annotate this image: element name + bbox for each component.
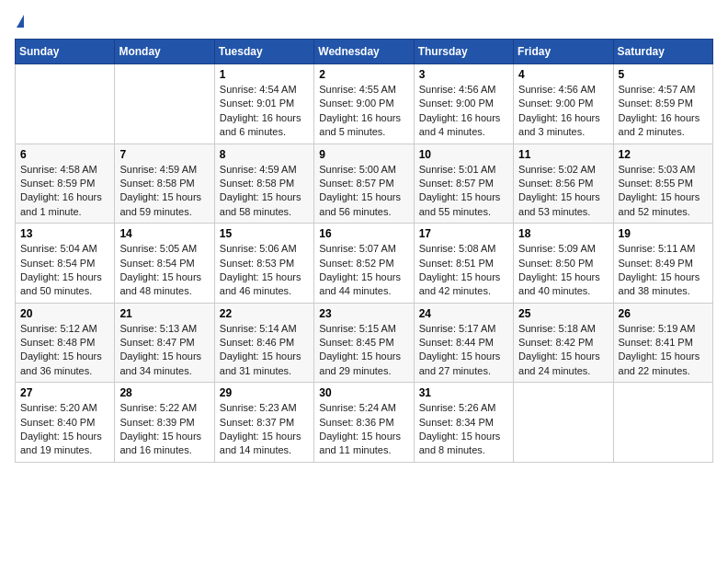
day-number: 28	[119, 386, 209, 399]
calendar-cell: 31Sunrise: 5:26 AM Sunset: 8:34 PM Dayli…	[414, 383, 513, 463]
calendar-cell	[613, 383, 712, 463]
page-header	[15, 15, 713, 28]
logo	[15, 15, 24, 28]
day-number: 16	[319, 227, 408, 240]
day-number: 30	[319, 386, 408, 399]
calendar-week-row: 6Sunrise: 4:58 AM Sunset: 8:59 PM Daylig…	[16, 144, 713, 224]
calendar-header-sunday: Sunday	[16, 40, 115, 64]
day-number: 21	[119, 307, 209, 320]
day-info: Sunrise: 5:02 AM Sunset: 8:56 PM Dayligh…	[518, 163, 608, 220]
calendar-cell: 4Sunrise: 4:56 AM Sunset: 9:00 PM Daylig…	[514, 64, 613, 144]
day-number: 11	[518, 148, 608, 161]
calendar-cell: 5Sunrise: 4:57 AM Sunset: 8:59 PM Daylig…	[613, 64, 712, 144]
day-info: Sunrise: 5:17 AM Sunset: 8:44 PM Dayligh…	[419, 322, 508, 379]
day-number: 29	[220, 386, 309, 399]
calendar-cell: 18Sunrise: 5:09 AM Sunset: 8:50 PM Dayli…	[514, 224, 613, 304]
day-number: 6	[20, 148, 109, 161]
day-number: 17	[419, 227, 508, 240]
day-info: Sunrise: 5:04 AM Sunset: 8:54 PM Dayligh…	[20, 242, 109, 299]
day-number: 22	[220, 307, 309, 320]
day-number: 19	[619, 227, 708, 240]
day-info: Sunrise: 5:15 AM Sunset: 8:45 PM Dayligh…	[319, 322, 408, 379]
calendar-cell	[115, 64, 214, 144]
calendar-cell	[16, 64, 115, 144]
calendar-table: SundayMondayTuesdayWednesdayThursdayFrid…	[15, 39, 713, 463]
day-info: Sunrise: 5:20 AM Sunset: 8:40 PM Dayligh…	[20, 401, 109, 458]
calendar-cell: 19Sunrise: 5:11 AM Sunset: 8:49 PM Dayli…	[613, 224, 712, 304]
day-number: 14	[119, 227, 209, 240]
calendar-cell: 25Sunrise: 5:18 AM Sunset: 8:42 PM Dayli…	[514, 303, 613, 383]
calendar-cell: 16Sunrise: 5:07 AM Sunset: 8:52 PM Dayli…	[314, 224, 414, 304]
day-info: Sunrise: 5:23 AM Sunset: 8:37 PM Dayligh…	[220, 401, 309, 458]
day-number: 5	[619, 68, 708, 81]
day-number: 15	[220, 227, 309, 240]
calendar-cell: 3Sunrise: 4:56 AM Sunset: 9:00 PM Daylig…	[414, 64, 513, 144]
day-info: Sunrise: 4:56 AM Sunset: 9:00 PM Dayligh…	[419, 83, 508, 140]
day-info: Sunrise: 4:54 AM Sunset: 9:01 PM Dayligh…	[220, 83, 309, 140]
calendar-week-row: 13Sunrise: 5:04 AM Sunset: 8:54 PM Dayli…	[16, 224, 713, 304]
calendar-cell: 21Sunrise: 5:13 AM Sunset: 8:47 PM Dayli…	[115, 303, 214, 383]
calendar-header-row: SundayMondayTuesdayWednesdayThursdayFrid…	[16, 40, 713, 64]
day-number: 8	[220, 148, 309, 161]
day-number: 20	[20, 307, 109, 320]
calendar-cell: 20Sunrise: 5:12 AM Sunset: 8:48 PM Dayli…	[16, 303, 115, 383]
calendar-header-monday: Monday	[115, 40, 214, 64]
day-number: 2	[319, 68, 408, 81]
day-number: 1	[220, 68, 309, 81]
calendar-cell: 11Sunrise: 5:02 AM Sunset: 8:56 PM Dayli…	[514, 144, 613, 224]
calendar-cell: 1Sunrise: 4:54 AM Sunset: 9:01 PM Daylig…	[214, 64, 313, 144]
day-number: 9	[319, 148, 408, 161]
calendar-header-thursday: Thursday	[414, 40, 513, 64]
calendar-cell: 29Sunrise: 5:23 AM Sunset: 8:37 PM Dayli…	[214, 383, 313, 463]
calendar-cell: 30Sunrise: 5:24 AM Sunset: 8:36 PM Dayli…	[314, 383, 414, 463]
calendar-cell: 17Sunrise: 5:08 AM Sunset: 8:51 PM Dayli…	[414, 224, 513, 304]
day-info: Sunrise: 5:06 AM Sunset: 8:53 PM Dayligh…	[220, 242, 309, 299]
day-number: 12	[619, 148, 708, 161]
calendar-header-friday: Friday	[514, 40, 613, 64]
day-number: 10	[419, 148, 508, 161]
calendar-cell	[514, 383, 613, 463]
calendar-week-row: 20Sunrise: 5:12 AM Sunset: 8:48 PM Dayli…	[16, 303, 713, 383]
day-info: Sunrise: 4:58 AM Sunset: 8:59 PM Dayligh…	[20, 163, 109, 220]
day-info: Sunrise: 5:05 AM Sunset: 8:54 PM Dayligh…	[119, 242, 209, 299]
calendar-cell: 13Sunrise: 5:04 AM Sunset: 8:54 PM Dayli…	[16, 224, 115, 304]
calendar-cell: 22Sunrise: 5:14 AM Sunset: 8:46 PM Dayli…	[214, 303, 313, 383]
day-info: Sunrise: 5:22 AM Sunset: 8:39 PM Dayligh…	[119, 401, 209, 458]
calendar-cell: 9Sunrise: 5:00 AM Sunset: 8:57 PM Daylig…	[314, 144, 414, 224]
calendar-header-wednesday: Wednesday	[314, 40, 414, 64]
day-info: Sunrise: 5:09 AM Sunset: 8:50 PM Dayligh…	[518, 242, 608, 299]
calendar-cell: 27Sunrise: 5:20 AM Sunset: 8:40 PM Dayli…	[16, 383, 115, 463]
day-number: 27	[20, 386, 109, 399]
day-info: Sunrise: 4:55 AM Sunset: 9:00 PM Dayligh…	[319, 83, 408, 140]
day-number: 23	[319, 307, 408, 320]
day-info: Sunrise: 5:11 AM Sunset: 8:49 PM Dayligh…	[619, 242, 708, 299]
calendar-cell: 26Sunrise: 5:19 AM Sunset: 8:41 PM Dayli…	[613, 303, 712, 383]
calendar-cell: 23Sunrise: 5:15 AM Sunset: 8:45 PM Dayli…	[314, 303, 414, 383]
logo-icon	[17, 15, 24, 28]
calendar-cell: 14Sunrise: 5:05 AM Sunset: 8:54 PM Dayli…	[115, 224, 214, 304]
calendar-week-row: 1Sunrise: 4:54 AM Sunset: 9:01 PM Daylig…	[16, 64, 713, 144]
day-info: Sunrise: 5:07 AM Sunset: 8:52 PM Dayligh…	[319, 242, 408, 299]
day-info: Sunrise: 5:00 AM Sunset: 8:57 PM Dayligh…	[319, 163, 408, 220]
day-number: 24	[419, 307, 508, 320]
calendar-header-saturday: Saturday	[613, 40, 712, 64]
calendar-cell: 28Sunrise: 5:22 AM Sunset: 8:39 PM Dayli…	[115, 383, 214, 463]
day-info: Sunrise: 5:19 AM Sunset: 8:41 PM Dayligh…	[619, 322, 708, 379]
calendar-cell: 12Sunrise: 5:03 AM Sunset: 8:55 PM Dayli…	[613, 144, 712, 224]
day-info: Sunrise: 4:57 AM Sunset: 8:59 PM Dayligh…	[619, 83, 708, 140]
day-info: Sunrise: 4:56 AM Sunset: 9:00 PM Dayligh…	[518, 83, 608, 140]
calendar-cell: 24Sunrise: 5:17 AM Sunset: 8:44 PM Dayli…	[414, 303, 513, 383]
calendar-week-row: 27Sunrise: 5:20 AM Sunset: 8:40 PM Dayli…	[16, 383, 713, 463]
day-info: Sunrise: 5:26 AM Sunset: 8:34 PM Dayligh…	[419, 401, 508, 458]
day-number: 3	[419, 68, 508, 81]
day-number: 25	[518, 307, 608, 320]
calendar-cell: 10Sunrise: 5:01 AM Sunset: 8:57 PM Dayli…	[414, 144, 513, 224]
calendar-cell: 15Sunrise: 5:06 AM Sunset: 8:53 PM Dayli…	[214, 224, 313, 304]
day-info: Sunrise: 5:01 AM Sunset: 8:57 PM Dayligh…	[419, 163, 508, 220]
calendar-cell: 8Sunrise: 4:59 AM Sunset: 8:58 PM Daylig…	[214, 144, 313, 224]
day-info: Sunrise: 5:12 AM Sunset: 8:48 PM Dayligh…	[20, 322, 109, 379]
day-info: Sunrise: 5:14 AM Sunset: 8:46 PM Dayligh…	[220, 322, 309, 379]
calendar-cell: 2Sunrise: 4:55 AM Sunset: 9:00 PM Daylig…	[314, 64, 414, 144]
day-info: Sunrise: 5:08 AM Sunset: 8:51 PM Dayligh…	[419, 242, 508, 299]
day-info: Sunrise: 4:59 AM Sunset: 8:58 PM Dayligh…	[119, 163, 209, 220]
